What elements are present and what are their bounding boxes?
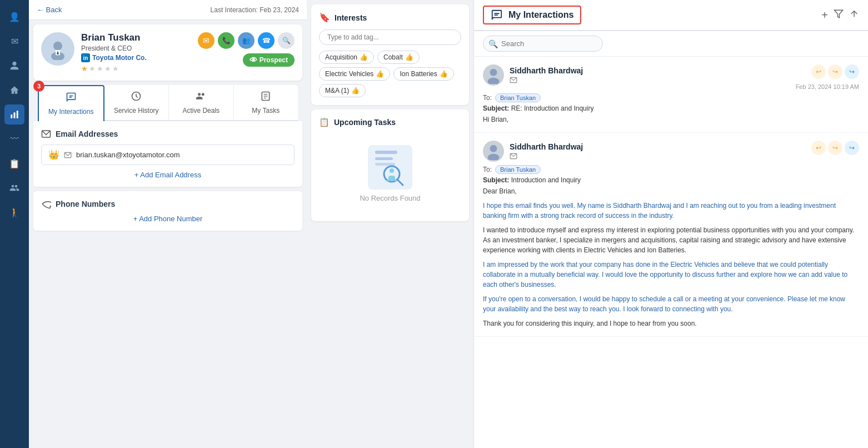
- clipboard-icon: 📋: [319, 117, 330, 127]
- sort-button[interactable]: [849, 9, 859, 21]
- sender-avatar-2: [483, 141, 504, 162]
- star-3: ★: [97, 64, 103, 73]
- tab-service-icon: [131, 91, 142, 104]
- sidebar-icon-contact[interactable]: [4, 56, 24, 76]
- thumb-icon-ev[interactable]: 👍: [376, 70, 384, 78]
- svg-point-3: [53, 42, 62, 51]
- tab-my-tasks-label: My Tasks: [252, 107, 280, 115]
- tab-active-deals[interactable]: Active Deals: [169, 85, 234, 120]
- svg-rect-7: [69, 96, 73, 97]
- phone-action-button[interactable]: 📞: [218, 32, 235, 49]
- right-panel-actions: +: [821, 9, 859, 22]
- svg-rect-2: [17, 111, 18, 118]
- thumb-icon-cobalt[interactable]: 👍: [405, 53, 413, 61]
- crown-icon: 👑: [48, 150, 59, 160]
- body-para2-2: I wanted to introduce myself and express…: [483, 225, 859, 255]
- sidebar-icon-building[interactable]: [4, 80, 24, 100]
- reply-all-button-1[interactable]: ↪: [828, 64, 842, 79]
- filter-button[interactable]: [834, 9, 844, 21]
- svg-rect-24: [494, 14, 497, 16]
- star-2: ★: [89, 64, 96, 73]
- search-wrap: 🔍: [483, 36, 859, 52]
- profile-name: Brian Tuskan: [81, 32, 191, 43]
- tab-my-interactions[interactable]: My Interactions: [38, 85, 104, 121]
- svg-rect-23: [494, 13, 499, 14]
- tags-list: Acquisition 👍 Cobalt 👍 Electric Vehicles…: [319, 51, 461, 97]
- email-action-button[interactable]: ✉: [198, 32, 214, 49]
- body-intro-2: I hope this email finds you well. My nam…: [483, 201, 859, 221]
- prospect-badge: 👁 Prospect: [243, 53, 295, 67]
- profile-company[interactable]: in Toyota Motor Co.: [81, 53, 191, 62]
- to-badge-1: Brian Tuskan: [495, 93, 541, 102]
- body-para4-2: If you're open to a conversation, I woul…: [483, 294, 859, 314]
- sidebar-icon-wave[interactable]: 〰: [4, 129, 24, 149]
- sender-info-2: Siddharth Bhardwaj: [483, 141, 583, 162]
- svg-line-20: [397, 180, 403, 185]
- profile-actions: ✉ 📞 👥 ☎ 🔍: [198, 32, 295, 49]
- sidebar-icon-mail[interactable]: ✉: [4, 31, 24, 51]
- profile-card: Brian Tuskan President & CEO in Toyota M…: [33, 24, 302, 81]
- avatar: [41, 32, 74, 66]
- svg-rect-8: [69, 97, 71, 98]
- add-email-link[interactable]: + Add Email Address: [41, 171, 295, 179]
- search-action-button[interactable]: 🔍: [278, 32, 295, 49]
- left-panel: ← Back Last Interaction: Feb 23, 2024 Br…: [29, 0, 307, 448]
- tag-electric-vehicles: Electric Vehicles 👍: [319, 67, 390, 81]
- linkedin-icon: in: [81, 53, 90, 62]
- forward-button-1[interactable]: ↪: [845, 64, 859, 79]
- thumb-icon-ma[interactable]: 👍: [351, 87, 360, 94]
- add-interaction-button[interactable]: +: [821, 9, 828, 22]
- search-input[interactable]: [483, 36, 603, 52]
- no-records-illustration: [368, 145, 412, 190]
- tab-interactions-icon: [66, 92, 77, 106]
- call-action-button[interactable]: ☎: [258, 32, 275, 49]
- tag-input[interactable]: [319, 29, 461, 45]
- email-body-2: Dear Brian, I hope this email finds you …: [483, 186, 859, 328]
- sidebar-icon-list[interactable]: 📋: [4, 153, 24, 173]
- svg-rect-0: [11, 115, 12, 118]
- upcoming-tasks-section: 📋 Upcoming Tasks: [311, 109, 469, 221]
- reply-all-button-2[interactable]: ↪: [828, 141, 842, 155]
- sidebar-icon-chart[interactable]: [4, 104, 24, 125]
- interaction-item-2: Siddharth Bhardwaj ↩ ↪ ↪: [474, 133, 868, 337]
- add-phone-link[interactable]: + Add Phone Number: [41, 215, 295, 223]
- profile-title: President & CEO: [81, 44, 191, 52]
- tab-service-history-label: Service History: [114, 107, 159, 115]
- star-1: ★: [81, 64, 88, 73]
- tag-ion-batteries: Ion Batteries 👍: [393, 67, 453, 81]
- profile-info: Brian Tuskan President & CEO in Toyota M…: [81, 32, 191, 73]
- thumb-icon-acquisition[interactable]: 👍: [360, 53, 368, 61]
- forward-button-2[interactable]: ↪: [845, 141, 859, 155]
- search-bar: 🔍: [474, 31, 868, 57]
- sender-avatar-1: [483, 64, 504, 86]
- last-interaction-date: Last Interaction: Feb 23, 2024: [211, 6, 299, 14]
- back-button[interactable]: ← Back: [37, 6, 62, 14]
- sidebar-icon-person[interactable]: 🚶: [4, 202, 24, 222]
- users-action-button[interactable]: 👥: [238, 32, 255, 49]
- interaction-meta-1: ↩ ↪ ↪: [811, 64, 859, 79]
- tab-service-history[interactable]: Service History: [104, 85, 169, 120]
- to-line-2: To: Brian Tuskan: [483, 165, 859, 174]
- svg-marker-25: [835, 10, 843, 18]
- email-addresses-section: Email Addresses 👑 brian.tuskan@xtoyotamo…: [33, 121, 302, 187]
- no-records-wrap: No Records Found: [319, 134, 461, 213]
- tab-my-tasks[interactable]: My Tasks: [234, 85, 298, 120]
- thumb-icon-ion[interactable]: 👍: [440, 70, 448, 78]
- body-para3-2: I am impressed by the work that your com…: [483, 260, 859, 290]
- sidebar: 👤 ✉ 〰 📋 🚶: [0, 0, 29, 448]
- sidebar-icon-user[interactable]: 👤: [4, 7, 24, 27]
- svg-point-31: [488, 154, 500, 160]
- svg-rect-1: [14, 112, 16, 118]
- tag-ma: M&A (1) 👍: [319, 84, 366, 97]
- email-icon-item1: [510, 76, 517, 84]
- sidebar-icon-team[interactable]: [4, 178, 24, 198]
- bookmark-icon: 🔖: [319, 12, 330, 23]
- tab-overflow-chevron[interactable]: ›: [306, 98, 307, 108]
- phone-section-title: Phone Numbers: [41, 199, 295, 209]
- reply-button-1[interactable]: ↩: [811, 64, 826, 79]
- reply-button-2[interactable]: ↩: [811, 141, 826, 155]
- right-panel: My Interactions + 🔍: [473, 0, 868, 448]
- greeting-2: Dear Brian,: [483, 186, 859, 196]
- tag-acquisition: Acquisition 👍: [319, 51, 374, 64]
- svg-point-21: [390, 168, 394, 173]
